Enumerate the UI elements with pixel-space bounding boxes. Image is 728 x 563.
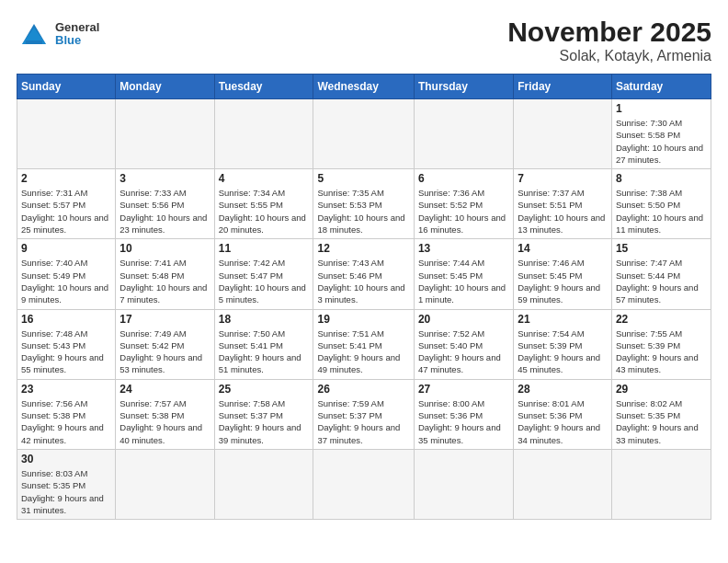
header-monday: Monday: [116, 75, 214, 99]
header-wednesday: Wednesday: [313, 75, 414, 99]
day-27: 27 Sunrise: 8:00 AMSunset: 5:36 PMDaylig…: [414, 379, 513, 449]
empty-cell: [116, 99, 214, 169]
day-11: 11 Sunrise: 7:42 AMSunset: 5:47 PMDaylig…: [214, 239, 313, 309]
empty-cell: [214, 99, 313, 169]
logo-blue: Blue: [55, 34, 99, 47]
calendar-row-3: 9 Sunrise: 7:40 AMSunset: 5:49 PMDayligh…: [17, 239, 711, 309]
day-21: 21 Sunrise: 7:54 AMSunset: 5:39 PMDaylig…: [514, 309, 612, 379]
title-block: November 2025 Solak, Kotayk, Armenia: [507, 17, 711, 64]
empty-cell: [17, 99, 116, 169]
day-29: 29 Sunrise: 8:02 AMSunset: 5:35 PMDaylig…: [611, 379, 711, 449]
header-saturday: Saturday: [611, 75, 711, 99]
empty-cell: [313, 449, 414, 519]
day-25: 25 Sunrise: 7:58 AMSunset: 5:37 PMDaylig…: [214, 379, 313, 449]
day-30: 30 Sunrise: 8:03 AMSunset: 5:35 PMDaylig…: [17, 449, 116, 519]
header-tuesday: Tuesday: [214, 75, 313, 99]
calendar-subtitle: Solak, Kotayk, Armenia: [507, 48, 711, 64]
logo: General Blue: [17, 17, 99, 52]
svg-rect-2: [26, 40, 42, 44]
day-6: 6 Sunrise: 7:36 AMSunset: 5:52 PMDayligh…: [414, 169, 513, 239]
day-15: 15 Sunrise: 7:47 AMSunset: 5:44 PMDaylig…: [611, 239, 711, 309]
day-14: 14 Sunrise: 7:46 AMSunset: 5:45 PMDaylig…: [514, 239, 612, 309]
logo-icon: [17, 17, 51, 52]
empty-cell: [414, 99, 513, 169]
day-10: 10 Sunrise: 7:41 AMSunset: 5:48 PMDaylig…: [116, 239, 214, 309]
empty-cell: [214, 449, 313, 519]
day-3: 3 Sunrise: 7:33 AMSunset: 5:56 PMDayligh…: [116, 169, 214, 239]
header-sunday: Sunday: [17, 75, 116, 99]
logo-general: General: [55, 21, 99, 34]
header-friday: Friday: [514, 75, 612, 99]
day-4: 4 Sunrise: 7:34 AMSunset: 5:55 PMDayligh…: [214, 169, 313, 239]
calendar-row-6: 30 Sunrise: 8:03 AMSunset: 5:35 PMDaylig…: [17, 449, 711, 519]
empty-cell: [611, 449, 711, 519]
weekday-header-row: Sunday Monday Tuesday Wednesday Thursday…: [17, 75, 711, 99]
calendar-table: Sunday Monday Tuesday Wednesday Thursday…: [17, 74, 711, 520]
empty-cell: [514, 449, 612, 519]
page: General Blue November 2025 Solak, Kotayk…: [0, 0, 728, 529]
day-12: 12 Sunrise: 7:43 AMSunset: 5:46 PMDaylig…: [313, 239, 414, 309]
day-19: 19 Sunrise: 7:51 AMSunset: 5:41 PMDaylig…: [313, 309, 414, 379]
calendar-row-1: 1 Sunrise: 7:30 AMSunset: 5:58 PMDayligh…: [17, 99, 711, 169]
day-23: 23 Sunrise: 7:56 AMSunset: 5:38 PMDaylig…: [17, 379, 116, 449]
calendar-row-5: 23 Sunrise: 7:56 AMSunset: 5:38 PMDaylig…: [17, 379, 711, 449]
day-9: 9 Sunrise: 7:40 AMSunset: 5:49 PMDayligh…: [17, 239, 116, 309]
day-13: 13 Sunrise: 7:44 AMSunset: 5:45 PMDaylig…: [414, 239, 513, 309]
day-1: 1 Sunrise: 7:30 AMSunset: 5:58 PMDayligh…: [611, 99, 711, 169]
day-22: 22 Sunrise: 7:55 AMSunset: 5:39 PMDaylig…: [611, 309, 711, 379]
day-2: 2 Sunrise: 7:31 AMSunset: 5:57 PMDayligh…: [17, 169, 116, 239]
day-24: 24 Sunrise: 7:57 AMSunset: 5:38 PMDaylig…: [116, 379, 214, 449]
calendar-title: November 2025: [507, 17, 711, 48]
day-7: 7 Sunrise: 7:37 AMSunset: 5:51 PMDayligh…: [514, 169, 612, 239]
header-thursday: Thursday: [414, 75, 513, 99]
header: General Blue November 2025 Solak, Kotayk…: [17, 17, 711, 64]
empty-cell: [116, 449, 214, 519]
day-16: 16 Sunrise: 7:48 AMSunset: 5:43 PMDaylig…: [17, 309, 116, 379]
calendar-row-4: 16 Sunrise: 7:48 AMSunset: 5:43 PMDaylig…: [17, 309, 711, 379]
day-28: 28 Sunrise: 8:01 AMSunset: 5:36 PMDaylig…: [514, 379, 612, 449]
day-26: 26 Sunrise: 7:59 AMSunset: 5:37 PMDaylig…: [313, 379, 414, 449]
day-18: 18 Sunrise: 7:50 AMSunset: 5:41 PMDaylig…: [214, 309, 313, 379]
day-8: 8 Sunrise: 7:38 AMSunset: 5:50 PMDayligh…: [611, 169, 711, 239]
calendar-row-2: 2 Sunrise: 7:31 AMSunset: 5:57 PMDayligh…: [17, 169, 711, 239]
day-17: 17 Sunrise: 7:49 AMSunset: 5:42 PMDaylig…: [116, 309, 214, 379]
empty-cell: [414, 449, 513, 519]
day-20: 20 Sunrise: 7:52 AMSunset: 5:40 PMDaylig…: [414, 309, 513, 379]
day-5: 5 Sunrise: 7:35 AMSunset: 5:53 PMDayligh…: [313, 169, 414, 239]
empty-cell: [514, 99, 612, 169]
empty-cell: [313, 99, 414, 169]
logo-text: General Blue: [55, 21, 99, 48]
